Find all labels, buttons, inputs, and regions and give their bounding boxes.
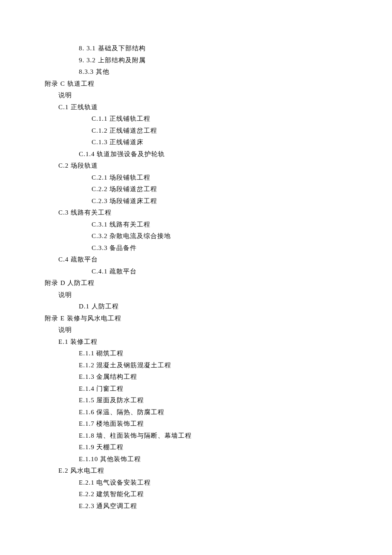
toc-line-25: E.1 装修工程	[45, 336, 392, 348]
toc-line-23: 附录 E 装修与风水电工程	[45, 313, 392, 325]
toc-line-10: C.2 场段轨道	[45, 160, 392, 172]
toc-line-20: 附录 D 人防工程	[45, 277, 392, 289]
toc-line-31: E.1.6 保温、隔热、防腐工程	[45, 407, 392, 418]
toc-line-5: C.1 正线轨道	[45, 102, 392, 113]
toc-line-33: E.1.8 墙、柱面装饰与隔断、幕墙工程	[45, 430, 392, 442]
toc-line-39: E.2.3 通风空调工程	[45, 500, 392, 512]
toc-line-22: D.1 人防工程	[45, 301, 392, 313]
toc-line-29: E.1.4 门窗工程	[45, 383, 392, 395]
toc-line-2: 8.3.3 其他	[45, 66, 392, 78]
toc-line-8: C.1.3 正线铺道床	[45, 137, 392, 148]
toc-line-18: C.4 疏散平台	[45, 254, 392, 266]
document-page: 8. 3.1 基础及下部结构9. 3.2 上部结构及附属8.3.3 其他附录 C…	[45, 43, 392, 512]
toc-line-9: C.1.4 轨道加强设备及护轮轨	[45, 148, 392, 160]
toc-line-6: C.1.1 正线铺轨工程	[45, 113, 392, 125]
toc-line-7: C.1.2 正线铺道岔工程	[45, 125, 392, 137]
toc-line-13: C.2.3 场段铺道床工程	[45, 195, 392, 207]
toc-line-11: C.2.1 场段铺轨工程	[45, 172, 392, 184]
toc-line-15: C.3.1 线路有关工程	[45, 219, 392, 231]
toc-line-28: E.1.3 金属结构工程	[45, 371, 392, 383]
toc-line-0: 8. 3.1 基础及下部结构	[45, 43, 392, 55]
toc-line-12: C.2.2 场段铺道岔工程	[45, 183, 392, 195]
toc-line-4: 说明	[45, 90, 392, 102]
toc-line-17: C.3.3 备品备件	[45, 242, 392, 254]
toc-line-35: E.1.10 其他装饰工程	[45, 453, 392, 465]
toc-line-14: C.3 线路有关工程	[45, 207, 392, 219]
toc-line-1: 9. 3.2 上部结构及附属	[45, 55, 392, 67]
toc-line-30: E.1.5 屋面及防水工程	[45, 395, 392, 407]
toc-line-26: E.1.1 砌筑工程	[45, 348, 392, 360]
toc-line-19: C.4.1 疏散平台	[45, 266, 392, 278]
toc-line-37: E.2.1 电气设备安装工程	[45, 477, 392, 489]
toc-line-3: 附录 C 轨道工程	[45, 78, 392, 90]
toc-line-38: E.2.2 建筑智能化工程	[45, 488, 392, 500]
toc-line-21: 说明	[45, 289, 392, 301]
toc-line-27: E.1.2 混凝土及钢筋混凝土工程	[45, 360, 392, 372]
toc-line-16: C.3.2 杂散电流及综合接地	[45, 230, 392, 242]
toc-line-34: E.1.9 天棚工程	[45, 442, 392, 453]
toc-line-32: E.1.7 楼地面装饰工程	[45, 418, 392, 430]
toc-line-36: E.2 风水电工程	[45, 465, 392, 477]
toc-line-24: 说明	[45, 324, 392, 336]
